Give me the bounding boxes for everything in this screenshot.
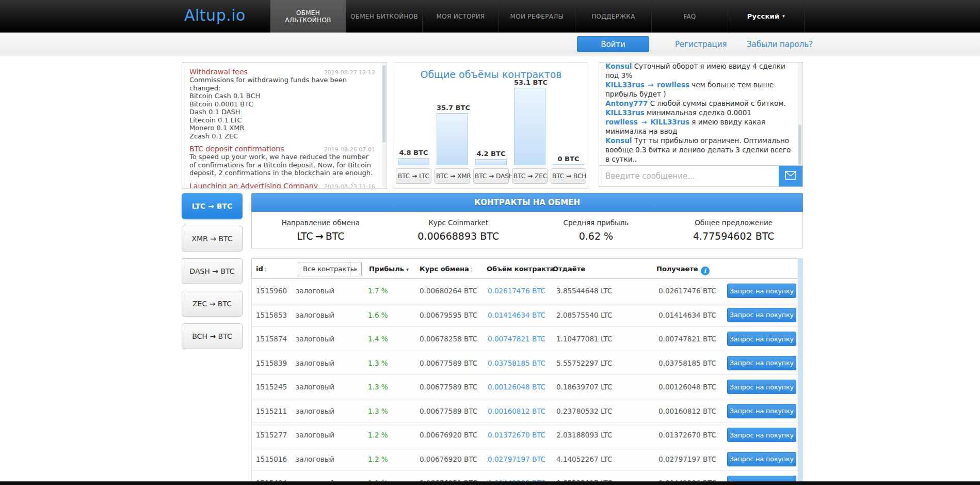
nav-tab-label: FAQ: [683, 13, 696, 20]
news-item-title[interactable]: BTC deposit confirmations: [189, 145, 284, 153]
chevron-down-icon: [782, 14, 785, 19]
nav-tabs: ОБМЕН АЛЬТКОЙНОВОБМЕН БИТКОЙНОВМОЯ ИСТОР…: [270, 0, 805, 33]
buy-request-button[interactable]: Запрос на покупку: [727, 404, 796, 418]
cell-give: 2.08575540 LTC: [556, 311, 612, 319]
pair-volume-button[interactable]: BTC BCH: [551, 168, 586, 184]
bar-value-label: 0 BTC: [553, 155, 584, 163]
chat-message-input[interactable]: [599, 166, 779, 186]
chat-author[interactable]: KILL33rus: [605, 108, 645, 117]
nav-tab-label: МОЯ ИСТОРИЯ: [437, 13, 485, 20]
register-link[interactable]: Регистрация: [675, 40, 727, 49]
chat-message: rowlless KILL33rus я имею ввиду какая ми…: [605, 117, 795, 136]
bar-value-label: 4.2 BTC: [475, 150, 507, 158]
news-item-title[interactable]: Withdrawal fees: [189, 68, 248, 76]
chat-author[interactable]: Konsul: [605, 136, 632, 145]
nav-tab[interactable]: МОЯ ИСТОРИЯ: [423, 0, 499, 33]
buy-request-button[interactable]: Запрос на покупку: [727, 332, 796, 346]
sidebar-pair-button[interactable]: DASH BTC: [182, 258, 243, 284]
chat-author[interactable]: rowlless: [605, 118, 638, 126]
arrow-right-icon: [212, 267, 218, 275]
table-scrollbar[interactable]: [798, 258, 803, 482]
nav-tab[interactable]: ОБМЕН БИТКОЙНОВ: [346, 0, 423, 33]
stat-cell: Направление обмена LTCBTC: [252, 212, 390, 248]
chat-text: С любой суммы сравнимой с битком.: [650, 99, 786, 107]
language-select[interactable]: Русский: [728, 0, 805, 33]
cell-give: 4.14052267 LTC: [556, 455, 612, 463]
sidebar-pair-button[interactable]: XMR BTC: [182, 226, 243, 252]
chat-author[interactable]: Konsul: [605, 62, 632, 70]
chart-plot: 4.8 BTC BTC LTC 35.7 BTC BTC XMR 4.2 BTC…: [394, 85, 588, 189]
nav-tab[interactable]: ОБМЕН АЛЬТКОЙНОВ: [270, 0, 346, 33]
pair-volume-button[interactable]: BTC LTC: [396, 168, 431, 184]
column-profit[interactable]: Прибыль: [369, 265, 409, 273]
pair-volume-button[interactable]: BTC XMR: [435, 168, 470, 184]
news-item-date: 2019-08-26 07:01: [324, 146, 375, 153]
chat-scrollbar-thumb[interactable]: [798, 124, 801, 165]
cell-volume-link[interactable]: 0.02797197 BTC: [488, 455, 545, 463]
chart-column: 4.2 BTC BTC DASH: [472, 85, 510, 189]
cell-type: залоговый: [296, 431, 334, 439]
news-scrollbar-thumb[interactable]: [382, 65, 385, 143]
cell-volume-link[interactable]: 0.01372670 BTC: [488, 431, 545, 439]
stat-label: Курс Coinmarket: [390, 218, 527, 227]
news-item-title[interactable]: Launching an Advertising Company: [189, 182, 318, 189]
cell-type: залоговый: [296, 383, 334, 391]
contract-type-select[interactable]: Все контракты ▾: [298, 262, 362, 276]
chat-send-button[interactable]: [779, 166, 802, 186]
buy-request-button[interactable]: Запрос на покупку: [727, 284, 796, 298]
sidebar-pair-button[interactable]: BCH BTC: [182, 323, 243, 349]
contract-row: 1515277 залоговый 1.2 % 0.00676920 BTC 0…: [252, 423, 802, 447]
login-button[interactable]: Войти: [577, 36, 649, 52]
column-rate[interactable]: Курс обмена▴▾: [420, 265, 472, 273]
buy-request-button[interactable]: Запрос на покупку: [727, 380, 796, 394]
cell-type: залоговый: [296, 335, 334, 343]
cell-profit: 1.7 %: [368, 287, 388, 295]
site-logo[interactable]: Altup.io: [184, 0, 246, 33]
bar: [437, 113, 468, 165]
buy-request-button[interactable]: Запрос на покупку: [727, 428, 796, 442]
column-volume[interactable]: Объём контракта▴▾: [487, 265, 558, 273]
bar: [398, 158, 429, 165]
chat-reply-name[interactable]: KILL33rus: [648, 118, 689, 126]
pair-to: BCH: [573, 173, 586, 180]
column-id[interactable]: id▴▾: [256, 265, 266, 273]
stat-value: 0.62 %: [527, 230, 665, 242]
contract-row: 1515016 залоговый 1.2 % 0.00676920 BTC 0…: [252, 447, 802, 472]
buy-request-button[interactable]: Запрос на покупку: [727, 308, 796, 322]
bar-wrap: 4.2 BTC: [475, 159, 507, 165]
cell-volume-link[interactable]: 0.02617476 BTC: [488, 287, 545, 295]
chat-scrollbar-track[interactable]: [798, 63, 802, 166]
sidebar-pair-button[interactable]: LTC BTC: [182, 193, 243, 219]
pair-volume-button[interactable]: BTC DASH: [473, 168, 509, 184]
pair-from: BTC: [513, 173, 525, 180]
cell-profit: 1.3 %: [368, 359, 388, 367]
nav-tab[interactable]: FAQ: [652, 0, 728, 33]
bar-value-label: 35.7 BTC: [437, 104, 468, 112]
bar-value-label: 53.1 BTC: [514, 79, 545, 86]
buy-request-button[interactable]: Запрос на покупку: [727, 356, 796, 370]
chat-reply-name[interactable]: rowlless: [654, 81, 689, 89]
nav-tab[interactable]: ПОДДЕРЖКА: [575, 0, 652, 33]
info-icon[interactable]: i: [701, 267, 710, 275]
cell-volume-link[interactable]: 0.01414634 BTC: [488, 311, 545, 319]
news-scrollbar-track[interactable]: [382, 63, 386, 187]
stat-value: 4.77594602 BTC: [665, 230, 802, 242]
bar-wrap: 0 BTC: [553, 164, 584, 165]
pair-to: ZEC: [535, 173, 547, 180]
buy-request-button[interactable]: Запрос на покупку: [727, 452, 796, 466]
chat-author[interactable]: Antony777: [605, 99, 648, 107]
pair-volume-button[interactable]: BTC ZEC: [512, 168, 548, 184]
chat-author[interactable]: KILL33rus: [605, 81, 645, 89]
cell-volume-link[interactable]: 0.00747821 BTC: [488, 335, 545, 343]
arrow-right-icon: [412, 173, 417, 180]
stat-cell: Курс Coinmarket 0.00668893 BTC: [390, 212, 527, 248]
cell-id: 1515874: [256, 335, 287, 343]
cell-volume-link[interactable]: 0.00126048 BTC: [488, 383, 545, 391]
cell-rate: 0.00680264 BTC: [420, 287, 477, 295]
cell-volume-link[interactable]: 0.03758185 BTC: [488, 359, 545, 367]
sidebar-pair-button[interactable]: ZEC BTC: [182, 291, 243, 317]
nav-tab[interactable]: МОИ РЕФЕРАЛЫ: [499, 0, 575, 33]
forgot-password-link[interactable]: Забыли пароль?: [747, 40, 813, 49]
news-line: Monero 0.1 XMR: [189, 124, 375, 132]
cell-volume-link[interactable]: 0.00160812 BTC: [488, 407, 545, 415]
